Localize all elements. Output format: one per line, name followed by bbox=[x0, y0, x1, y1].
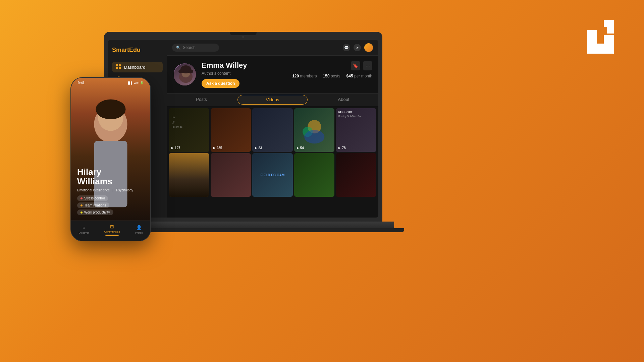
video-count-1: ▶127 bbox=[171, 146, 180, 150]
phone-device: 9:41 ▐▌▌ WiFi 🔋 bbox=[70, 77, 151, 241]
video-thumb-6[interactable] bbox=[169, 153, 209, 197]
profile-subtitle: Author's content bbox=[202, 71, 247, 76]
members-stat: 120 members bbox=[292, 74, 317, 78]
video-count-3: ▶23 bbox=[255, 146, 262, 150]
profile-avatar bbox=[173, 62, 197, 86]
phone-nav: ○ Discover ⊞ Communities 👤 Profile bbox=[71, 221, 150, 241]
more-options-button[interactable]: ⋯ bbox=[363, 61, 372, 70]
nav-discover[interactable]: ○ Discover bbox=[79, 225, 89, 234]
tab-videos[interactable]: Videos bbox=[237, 95, 308, 105]
svg-text:dx dy dz: dx dy dz bbox=[173, 126, 182, 129]
avatar-face bbox=[174, 63, 197, 86]
brand-logo bbox=[584, 17, 617, 57]
svg-text:∫∫∫: ∫∫∫ bbox=[172, 121, 175, 124]
video-count-5: ▶78 bbox=[338, 146, 345, 150]
svg-point-16 bbox=[304, 130, 324, 143]
phone-tag-2: Psychology bbox=[116, 188, 133, 192]
phone-screen: 9:41 ▐▌▌ WiFi 🔋 bbox=[71, 78, 150, 241]
user-avatar[interactable] bbox=[364, 43, 373, 52]
posts-stat: 150 posts bbox=[323, 74, 340, 78]
send-icon[interactable]: ➤ bbox=[354, 44, 361, 51]
video-thumb-3[interactable]: ▶23 bbox=[252, 108, 293, 152]
svg-point-10 bbox=[188, 69, 193, 73]
profile-icon: 👤 bbox=[136, 225, 142, 231]
profile-info: Emma Willey Author's content Ask a quest… bbox=[202, 61, 247, 88]
nav-communities[interactable]: ⊞ Communities bbox=[104, 224, 120, 236]
skill-dot-3 bbox=[80, 212, 83, 214]
svg-rect-0 bbox=[116, 64, 118, 66]
dashboard-icon bbox=[116, 64, 121, 70]
tabs: Posts Videos About bbox=[167, 94, 378, 106]
profile-stats: 120 members 150 posts $45 per month bbox=[292, 74, 372, 78]
bookmark-button[interactable]: 🔖 bbox=[351, 61, 360, 70]
video-grid: f= ∫∫∫ dx dy dz ▶127 ▶235 bbox=[167, 106, 378, 199]
phone-tag-1: Emotional intelligence bbox=[77, 188, 110, 192]
profile-section: Emma Willey Author's content Ask a quest… bbox=[167, 56, 378, 94]
search-box[interactable]: 🔍 bbox=[172, 44, 219, 52]
profile-actions: 🔖 ⋯ bbox=[351, 61, 372, 70]
tab-posts[interactable]: Posts bbox=[167, 94, 236, 106]
search-input[interactable] bbox=[183, 45, 216, 50]
nav-discover-label: Discover bbox=[79, 231, 89, 234]
tab-about[interactable]: About bbox=[309, 94, 378, 106]
nav-communities-label: Communities bbox=[104, 230, 120, 233]
phone-skills: Stress control Team relations Work produ… bbox=[77, 195, 144, 215]
svg-point-9 bbox=[178, 69, 184, 73]
sidebar-dashboard-label: Dashboard bbox=[124, 65, 146, 70]
skill-chip-1: Stress control bbox=[77, 195, 108, 201]
phone-status-icons: ▐▌▌ WiFi 🔋 bbox=[127, 81, 144, 84]
brand-name-light: Smart bbox=[112, 47, 129, 53]
topbar-icons: 💬 ➤ bbox=[343, 43, 373, 52]
video-count-4: ▶54 bbox=[297, 146, 304, 150]
skill-chip-3: Work productivity bbox=[77, 209, 113, 215]
main-content: 🔍 💬 ➤ bbox=[167, 40, 378, 218]
sidebar-item-dashboard[interactable]: Dashboard bbox=[112, 62, 163, 72]
video-thumb-8[interactable]: FIELD PC GAM bbox=[252, 153, 293, 197]
price-stat: $45 per month bbox=[346, 74, 372, 78]
ask-question-button[interactable]: Ask a question bbox=[202, 79, 239, 88]
video-thumb-4[interactable]: ▶54 bbox=[294, 108, 335, 152]
profile-left: Emma Willey Author's content Ask a quest… bbox=[173, 61, 247, 88]
profile-name: Emma Willey bbox=[202, 61, 247, 70]
video-thumb-2[interactable]: ▶235 bbox=[211, 108, 251, 152]
svg-rect-3 bbox=[119, 67, 121, 69]
skill-dot-2 bbox=[80, 204, 83, 206]
nav-profile-label: Profile bbox=[135, 231, 143, 234]
video-thumb-10[interactable] bbox=[336, 153, 376, 197]
svg-text:f=: f= bbox=[173, 116, 175, 119]
camera-dot bbox=[242, 36, 244, 38]
phone-person-name: Hilary Williams bbox=[77, 167, 144, 186]
brand-name-bold: Edu bbox=[129, 47, 141, 53]
nav-profile[interactable]: 👤 Profile bbox=[135, 225, 143, 234]
nav-active-indicator bbox=[105, 235, 119, 236]
phone-time: 9:41 bbox=[78, 81, 85, 85]
phone-body: 9:41 ▐▌▌ WiFi 🔋 bbox=[70, 77, 151, 241]
video-thumb-1[interactable]: f= ∫∫∫ dx dy dz ▶127 bbox=[169, 108, 209, 152]
chat-icon[interactable]: 💬 bbox=[343, 44, 350, 51]
phone-tags: Emotional intelligence | Psychology bbox=[77, 188, 144, 192]
video-thumb-7[interactable] bbox=[211, 153, 251, 197]
skill-chip-2: Team relations bbox=[77, 202, 109, 208]
skill-dot-1 bbox=[80, 197, 83, 199]
phone-content: Hilary Williams Emotional intelligence |… bbox=[71, 167, 150, 221]
video-thumb-9[interactable] bbox=[294, 153, 335, 197]
svg-rect-1 bbox=[119, 64, 121, 66]
sidebar-brand: SmartEdu bbox=[112, 47, 163, 54]
communities-icon: ⊞ bbox=[109, 224, 115, 230]
topbar: 🔍 💬 ➤ bbox=[167, 40, 378, 56]
svg-rect-2 bbox=[116, 67, 118, 69]
video-thumb-5[interactable]: AGES 10+ Morning Self-Care Ro... ▶78 bbox=[336, 108, 376, 152]
laptop-notch bbox=[230, 32, 257, 35]
svg-point-19 bbox=[96, 99, 125, 119]
search-icon: 🔍 bbox=[176, 46, 181, 50]
discover-icon: ○ bbox=[81, 225, 87, 231]
video-count-2: ▶235 bbox=[213, 146, 222, 150]
